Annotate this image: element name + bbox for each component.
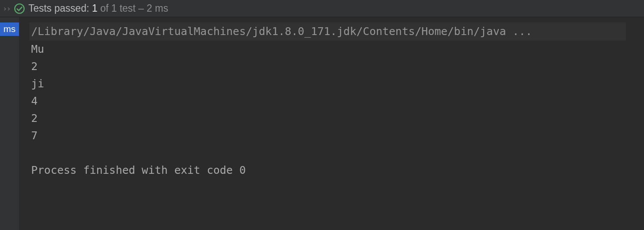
console-row: ms /Library/Java/JavaVirtualMachines/jdk… [0, 17, 644, 230]
output-line: 2 [31, 58, 636, 75]
test-status-bar: ›› Tests passed: 1 of 1 test – 2 ms [0, 0, 644, 17]
console-gutter: ms [0, 17, 19, 230]
status-count: 1 [92, 3, 98, 14]
status-rest: of 1 test – 2 ms [98, 3, 169, 14]
status-lead: Tests passed: [29, 3, 89, 14]
output-line: 7 [31, 127, 636, 144]
console-output[interactable]: /Library/Java/JavaVirtualMachines/jdk1.8… [19, 17, 644, 230]
exit-message: Process finished with exit code 0 [31, 162, 636, 179]
output-line: 2 [31, 110, 636, 127]
command-line[interactable]: /Library/Java/JavaVirtualMachines/jdk1.8… [29, 22, 626, 41]
blank-line [31, 144, 636, 162]
output-line: ji [31, 75, 636, 93]
chevrons-icon[interactable]: ›› [3, 4, 10, 13]
ms-badge[interactable]: ms [0, 22, 19, 36]
output-line: 4 [31, 93, 636, 110]
tests-passed-icon [14, 3, 25, 14]
svg-point-0 [15, 4, 24, 13]
output-line: Mu [31, 41, 636, 58]
test-status-text: Tests passed: 1 of 1 test – 2 ms [29, 3, 168, 14]
